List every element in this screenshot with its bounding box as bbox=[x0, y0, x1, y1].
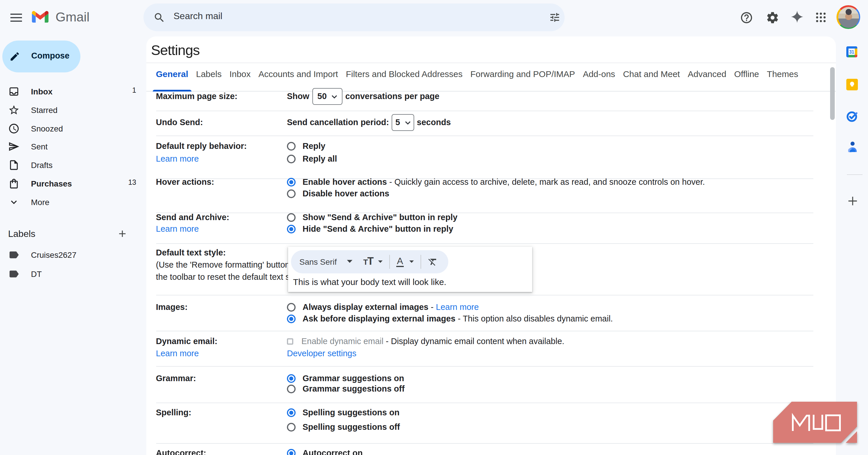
svg-text:T: T bbox=[367, 257, 374, 267]
svg-text:31: 31 bbox=[849, 49, 855, 54]
